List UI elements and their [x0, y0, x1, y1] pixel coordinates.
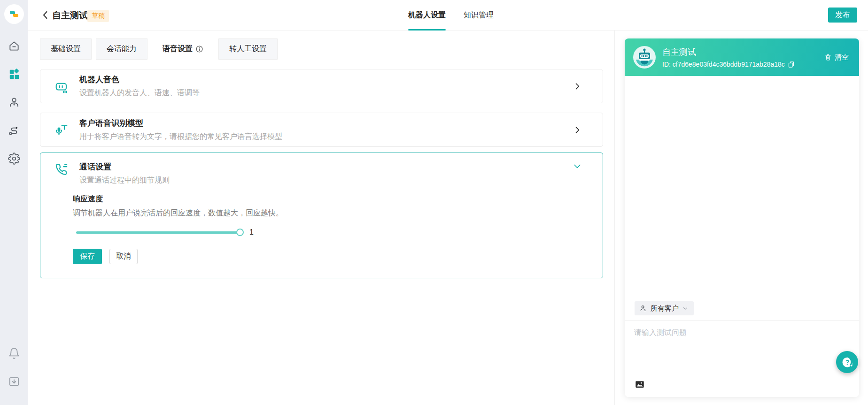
bot-id: ID: cf7d6e8e03fd4c36bddb9171ab28a18c	[662, 61, 785, 68]
notifications-bell-icon[interactable]	[8, 347, 20, 359]
card-header[interactable]: 通话设置 设置通话过程中的细节规则	[40, 153, 603, 190]
settings-gear-icon[interactable]	[8, 153, 20, 165]
response-speed-field: 响应速度 调节机器人在用户说完话后的回应速度，数值越大，回应越快。	[73, 194, 603, 218]
response-speed-slider-row: 1	[76, 228, 603, 237]
copy-icon[interactable]	[788, 61, 795, 68]
customer-filter-label: 所有客户	[651, 304, 679, 313]
card-row[interactable]: 机器人音色 设置机器人的发音人、语速、语调等	[40, 69, 603, 103]
tab-knowledge-management[interactable]: 知识管理	[464, 0, 494, 31]
help-bubble-icon: ?	[841, 356, 854, 369]
customer-icon[interactable]	[8, 96, 20, 108]
chevron-right-icon[interactable]	[573, 125, 582, 135]
save-button[interactable]: 保存	[73, 249, 102, 264]
info-icon	[195, 45, 203, 53]
home-icon[interactable]	[8, 40, 20, 52]
slider-track[interactable]	[76, 231, 240, 234]
status-badge: 草稿	[87, 10, 109, 22]
form-actions: 保存 取消	[73, 249, 603, 264]
bot-name: 自主测试	[662, 46, 795, 58]
card-speech-recognition-model[interactable]: 客户语音识别模型 用于将客户语音转为文字，请根据您的常见客户语言选择模型	[40, 113, 603, 147]
chevron-right-icon[interactable]	[573, 82, 582, 91]
clear-label: 清空	[835, 53, 849, 62]
slider-value: 1	[249, 228, 254, 237]
logo-icon	[8, 8, 20, 20]
card-subtitle: 用于将客户语音转为文字，请根据您的常见客户语言选择模型	[79, 132, 282, 142]
card-title: 机器人音色	[79, 74, 200, 85]
chat-message-area	[625, 76, 859, 301]
test-question-input[interactable]	[634, 328, 850, 373]
tab-human-transfer-settings[interactable]: 转人工设置	[218, 38, 278, 60]
app-logo[interactable]	[4, 4, 24, 24]
person-icon	[640, 305, 647, 312]
flow-icon[interactable]	[8, 124, 20, 137]
speech-to-text-icon	[54, 123, 69, 137]
chat-panel-header: 自主测试 ID: cf7d6e8e03fd4c36bddb9171ab28a18…	[625, 38, 859, 76]
bot-avatar	[633, 46, 656, 69]
publish-button[interactable]: 发布	[828, 8, 857, 23]
back-icon[interactable]	[40, 9, 51, 21]
top-header: 自主测试 草稿 机器人设置 知识管理 发布	[28, 0, 868, 31]
field-label: 响应速度	[73, 194, 603, 204]
card-title: 通话设置	[79, 161, 170, 172]
attach-image-icon[interactable]	[635, 379, 645, 390]
phone-call-icon	[54, 163, 69, 177]
customer-filter-dropdown[interactable]: 所有客户	[635, 301, 694, 315]
field-description: 调节机器人在用户说完话后的回应速度，数值越大，回应越快。	[73, 208, 603, 218]
tab-robot-settings[interactable]: 机器人设置	[408, 0, 446, 31]
svg-text:?: ?	[845, 358, 849, 366]
left-nav-rail	[0, 0, 28, 405]
card-title: 客户语音识别模型	[79, 118, 282, 129]
tab-label: 基础设置	[51, 44, 81, 54]
tab-voice-settings[interactable]: 语音设置	[152, 38, 214, 60]
card-call-settings: 通话设置 设置通话过程中的细节规则 响应速度 调节机器人在用户说完话后的回应速度…	[40, 153, 603, 278]
card-row[interactable]: 客户语音识别模型 用于将客户语音转为文字，请根据您的常见客户语言选择模型	[40, 113, 603, 146]
vertical-divider	[614, 31, 615, 405]
chevron-down-icon	[682, 305, 689, 312]
card-robot-voice[interactable]: 机器人音色 设置机器人的发音人、语速、语调等	[40, 69, 603, 103]
robot-voice-icon	[54, 79, 69, 93]
chevron-down-icon[interactable]	[573, 161, 582, 171]
tab-conversation-ability[interactable]: 会话能力	[96, 38, 147, 60]
card-subtitle: 设置通话过程中的细节规则	[79, 176, 170, 185]
card-subtitle: 设置机器人的发音人、语速、语调等	[79, 88, 200, 98]
dashboard-icon[interactable]	[8, 68, 20, 80]
header-nav-tabs: 机器人设置 知识管理	[408, 0, 494, 31]
tab-label: 会话能力	[107, 44, 137, 54]
download-folder-icon[interactable]	[8, 375, 20, 388]
test-chat-panel: 自主测试 ID: cf7d6e8e03fd4c36bddb9171ab28a18…	[625, 38, 859, 397]
settings-tabs: 基础设置 会话能力 语音设置 转人工设置	[40, 38, 278, 60]
clear-trash-icon	[824, 53, 832, 61]
chat-input-area	[625, 320, 859, 397]
customer-filter-row: 所有客户	[625, 301, 859, 320]
cancel-button[interactable]: 取消	[109, 249, 138, 264]
tab-basic-settings[interactable]: 基础设置	[40, 38, 92, 60]
clear-chat-button[interactable]: 清空	[824, 53, 849, 62]
tab-label: 语音设置	[163, 44, 193, 54]
page-title: 自主测试	[52, 9, 88, 22]
slider-handle[interactable]	[236, 229, 244, 236]
tab-label: 转人工设置	[229, 44, 267, 54]
help-button[interactable]: ?	[836, 351, 858, 373]
